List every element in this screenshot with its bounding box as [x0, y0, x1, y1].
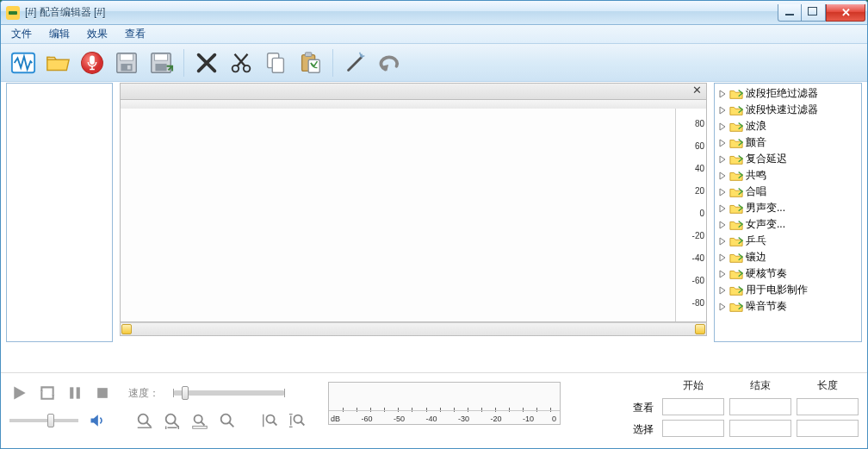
tree-item[interactable]: 噪音节奏	[716, 298, 859, 315]
stop-button[interactable]	[92, 384, 113, 402]
expand-arrow-icon	[718, 188, 727, 196]
zoom-fit-button[interactable]	[218, 411, 237, 430]
play-icon	[10, 384, 29, 402]
speed-thumb[interactable]	[182, 386, 189, 400]
minimize-button[interactable]	[778, 4, 802, 22]
folder-icon	[729, 252, 743, 264]
tree-item[interactable]: 乒乓	[716, 233, 859, 249]
effects-tree[interactable]: 波段拒绝过滤器波段快速过滤器波浪颤音复合延迟共鸣合唱男声变...女声变...乒乓…	[714, 83, 862, 342]
zoom-out-v-button[interactable]	[288, 411, 307, 430]
tree-item[interactable]: 复合延迟	[716, 151, 859, 167]
tree-item[interactable]: 波段拒绝过滤器	[716, 85, 859, 102]
copy-button[interactable]	[260, 47, 291, 78]
expand-arrow-icon	[718, 139, 727, 147]
level-meter[interactable]: dB -60 -50 -40 -30 -20 -10 0	[328, 382, 561, 425]
select-end-field[interactable]	[729, 420, 791, 437]
maximize-button[interactable]	[802, 4, 826, 22]
mute-button[interactable]	[87, 411, 108, 430]
tree-item[interactable]: 用于电影制作	[716, 282, 859, 298]
record-button[interactable]	[77, 47, 108, 78]
paste-icon	[297, 50, 323, 76]
speed-slider[interactable]	[173, 390, 285, 396]
waveform-canvas[interactable]	[121, 109, 675, 321]
tree-item-label: 女声变...	[746, 217, 785, 232]
titlebar[interactable]: [#] 配音编辑器 [#] ✕	[1, 1, 867, 25]
scroll-thumb-left[interactable]	[121, 324, 132, 334]
folder-icon	[729, 153, 743, 165]
waveform-area[interactable]: 80 60 40 20 0 -20 -40 -60 -80	[120, 109, 707, 322]
save-button[interactable]	[111, 47, 142, 78]
horizontal-scrollbar[interactable]	[120, 322, 707, 336]
folder-icon	[729, 268, 743, 280]
effects-wand-button[interactable]	[340, 47, 371, 78]
play-button[interactable]	[9, 384, 30, 402]
zoom-in-h-button[interactable]	[135, 411, 154, 430]
left-panel[interactable]	[6, 83, 113, 342]
copy-icon	[263, 50, 288, 76]
zoom-in-v-button[interactable]	[261, 411, 280, 430]
toolbar-separator	[183, 49, 184, 77]
undo-button[interactable]	[375, 47, 406, 78]
range-header-length: 长度	[797, 378, 859, 396]
cut-button[interactable]	[191, 47, 222, 78]
tree-item[interactable]: 男声变...	[716, 200, 859, 216]
tree-item[interactable]: 女声变...	[716, 216, 859, 233]
zoom-out-v-icon	[288, 411, 307, 430]
select-start-field[interactable]	[662, 420, 724, 437]
app-icon	[6, 6, 20, 20]
tree-item[interactable]: 硬核节奏	[716, 265, 859, 282]
tree-item[interactable]: 合唱	[716, 184, 859, 200]
menu-file[interactable]: 文件	[4, 25, 39, 43]
close-button[interactable]: ✕	[826, 4, 865, 22]
folder-icon	[729, 121, 743, 133]
paste-button[interactable]	[294, 47, 326, 78]
saveas-button[interactable]	[146, 47, 177, 78]
ruler-tick: -40	[692, 253, 704, 263]
track-close-button[interactable]: ✕	[691, 85, 703, 97]
meter-tick: 0	[552, 415, 556, 423]
tree-item-label: 用于电影制作	[746, 283, 808, 297]
volume-slider[interactable]	[9, 419, 78, 422]
select-length-field[interactable]	[797, 420, 859, 437]
tree-item[interactable]: 共鸣	[716, 167, 859, 184]
zoom-out-h-button[interactable]	[163, 411, 182, 430]
open-button[interactable]	[42, 47, 73, 78]
maximize-icon	[809, 9, 817, 16]
tree-item-label: 噪音节奏	[746, 299, 787, 314]
speaker-icon	[88, 412, 107, 429]
menu-view[interactable]: 查看	[118, 25, 152, 43]
app-window: [#] 配音编辑器 [#] ✕ 文件 编辑 效果 查看	[0, 0, 868, 449]
pause-button[interactable]	[65, 384, 85, 402]
tree-item[interactable]: 波浪	[716, 118, 859, 134]
menu-effects[interactable]: 效果	[80, 25, 115, 43]
scissors-button[interactable]	[226, 47, 257, 78]
view-length-field[interactable]	[797, 398, 859, 415]
loop-button[interactable]	[37, 384, 58, 402]
tree-item[interactable]: 颤音	[716, 134, 859, 151]
tree-item-label: 合唱	[746, 184, 766, 199]
volume-thumb[interactable]	[47, 414, 54, 427]
expand-arrow-icon	[718, 122, 727, 131]
view-start-field[interactable]	[662, 398, 724, 415]
range-row-view: 查看	[623, 398, 657, 417]
tree-item-label: 镶边	[746, 250, 766, 265]
expand-arrow-icon	[718, 204, 727, 213]
svg-rect-9	[155, 53, 168, 60]
folder-icon	[729, 137, 743, 149]
tree-item-label: 复合延迟	[746, 152, 787, 166]
folder-icon	[729, 235, 743, 247]
zoom-sel-button[interactable]	[190, 411, 209, 430]
menu-edit[interactable]: 编辑	[42, 25, 77, 43]
view-end-field[interactable]	[729, 398, 791, 415]
expand-arrow-icon	[718, 106, 727, 115]
new-button[interactable]	[8, 47, 39, 78]
zoom-fit-icon	[218, 411, 237, 430]
tree-item[interactable]: 镶边	[716, 249, 859, 265]
track-header[interactable]: ✕	[120, 83, 707, 100]
expand-arrow-icon	[718, 221, 727, 229]
floppy-icon	[114, 50, 140, 76]
bottom-panel: 速度：	[1, 372, 867, 448]
track-timeline-ruler[interactable]	[120, 100, 707, 109]
scroll-thumb-right[interactable]	[695, 324, 705, 334]
tree-item[interactable]: 波段快速过滤器	[716, 102, 859, 118]
